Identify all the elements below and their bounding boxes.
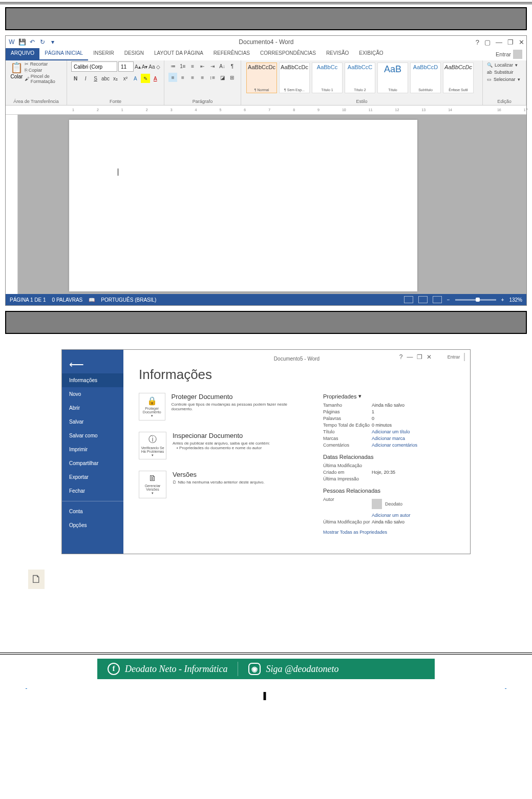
bold-button[interactable]: N: [71, 74, 80, 83]
font-color-icon[interactable]: A: [151, 74, 160, 83]
author-chip[interactable]: Deodato: [372, 499, 402, 509]
underline-button[interactable]: S: [91, 74, 100, 83]
print-layout-icon[interactable]: [418, 296, 428, 303]
nav-close[interactable]: Fechar: [62, 484, 123, 498]
styles-gallery[interactable]: AaBbCcDc¶ Normal AaBbCcDc¶ Sem Esp... Aa…: [245, 61, 478, 98]
tab-insert[interactable]: INSERIR: [88, 48, 119, 60]
superscript-button[interactable]: x²: [121, 74, 130, 83]
align-right-icon[interactable]: ≡: [188, 73, 197, 82]
select-button[interactable]: ▭Selecionar ▾: [487, 76, 522, 83]
multilevel-icon[interactable]: ≡: [188, 61, 197, 71]
show-all-properties-link[interactable]: Mostrar Todas as Propriedades: [323, 530, 455, 535]
justify-icon[interactable]: ≡: [198, 73, 207, 82]
strike-button[interactable]: abc: [101, 74, 110, 83]
zoom-out-button[interactable]: −: [447, 297, 450, 303]
manage-versions-button[interactable]: 🗎 Gerenciar Versões ▾: [139, 471, 166, 498]
minimize-button[interactable]: —: [496, 38, 502, 46]
borders-icon[interactable]: ⊞: [228, 73, 237, 82]
bs-help-button[interactable]: ?: [399, 353, 403, 361]
protect-document-button[interactable]: 🔒 Proteger Documento ▾: [139, 393, 165, 420]
shrink-font-icon[interactable]: A▾: [142, 62, 148, 71]
subscript-button[interactable]: x₂: [111, 74, 120, 83]
decrease-indent-icon[interactable]: ⇤: [198, 61, 207, 71]
tab-view[interactable]: EXIBIÇÃO: [354, 48, 388, 60]
change-case-icon[interactable]: Aa: [148, 62, 155, 71]
style-heading2[interactable]: AaBbCcCTítulo 2: [345, 62, 375, 93]
tab-file[interactable]: ARQUIVO: [6, 48, 39, 60]
check-issues-button[interactable]: ⓘ Verificando Se Há Problemas ▾: [139, 432, 166, 459]
status-words[interactable]: 0 PALAVRAS: [52, 297, 83, 303]
close-button[interactable]: ✕: [519, 38, 524, 46]
line-spacing-icon[interactable]: ↕≡: [208, 73, 217, 82]
style-heading1[interactable]: AaBbCcTítulo 1: [312, 62, 343, 93]
bs-minimize-button[interactable]: —: [407, 353, 413, 361]
qat-customize-icon[interactable]: ▾: [49, 38, 57, 46]
help-button[interactable]: ?: [476, 38, 479, 46]
tab-review[interactable]: REVISÃO: [321, 48, 354, 60]
redo-icon[interactable]: ↻: [38, 38, 47, 46]
align-left-icon[interactable]: ≡: [168, 73, 177, 82]
signin-label[interactable]: Entrar: [496, 51, 511, 57]
tab-references[interactable]: REFERÊNCIAS: [208, 48, 255, 60]
restore-button[interactable]: ❐: [507, 38, 514, 46]
status-page[interactable]: PÁGINA 1 DE 1: [10, 297, 46, 303]
bs-restore-button[interactable]: ❐: [417, 353, 422, 361]
horizontal-ruler[interactable]: 1212345678910111213141617: [6, 106, 526, 115]
nav-saveas[interactable]: Salvar como: [62, 429, 123, 443]
increase-indent-icon[interactable]: ⇥: [208, 61, 217, 71]
prop-comments-value[interactable]: Adicionar comentários: [372, 443, 417, 448]
numbering-icon[interactable]: 1≡: [178, 61, 187, 71]
bullets-icon[interactable]: ≔: [168, 61, 177, 71]
paste-button[interactable]: 📋 Colar: [10, 61, 24, 97]
style-subtle-emphasis[interactable]: AaBbCcDcÊnfase Sutil: [443, 62, 474, 93]
bs-close-button[interactable]: ✕: [427, 353, 432, 361]
find-button[interactable]: 🔍Localizar ▾: [487, 61, 522, 69]
back-button[interactable]: ⟵: [62, 355, 123, 373]
nav-account[interactable]: Conta: [62, 504, 123, 518]
prop-title-value[interactable]: Adicionar um título: [372, 429, 410, 434]
zoom-in-button[interactable]: +: [501, 297, 504, 303]
properties-header[interactable]: Propriedades ▾: [323, 393, 455, 399]
style-title[interactable]: AaBTítulo: [377, 62, 408, 93]
format-painter-button[interactable]: 🖌Pincel de Formatação: [25, 74, 62, 84]
ribbon-options-icon[interactable]: ▢: [484, 38, 491, 46]
save-icon[interactable]: 💾: [18, 38, 26, 46]
nav-open[interactable]: Abrir: [62, 401, 123, 415]
tab-mailings[interactable]: CORRESPONDÊNCIAS: [255, 48, 321, 60]
web-layout-icon[interactable]: [433, 296, 442, 303]
status-proofing-icon[interactable]: 📖: [89, 297, 95, 303]
footer-link-right[interactable]: [505, 683, 506, 689]
bs-signin[interactable]: Entrar: [448, 354, 460, 360]
document-page[interactable]: [69, 120, 417, 291]
nav-share[interactable]: Compartilhar: [62, 456, 123, 470]
align-center-icon[interactable]: ≡: [178, 73, 187, 82]
grow-font-icon[interactable]: A▴: [135, 62, 141, 71]
style-normal[interactable]: AaBbCcDc¶ Normal: [246, 62, 277, 93]
zoom-slider[interactable]: [455, 299, 496, 301]
shading-icon[interactable]: ◪: [218, 73, 226, 82]
replace-button[interactable]: abSubstituir: [487, 69, 522, 76]
cut-button[interactable]: ✂Recortar: [25, 61, 62, 67]
status-language[interactable]: PORTUGUÊS (BRASIL): [101, 297, 156, 303]
tab-design[interactable]: DESIGN: [119, 48, 149, 60]
highlight-icon[interactable]: ✎: [141, 74, 150, 83]
nav-print[interactable]: Imprimir: [62, 443, 123, 456]
zoom-level[interactable]: 132%: [509, 297, 522, 303]
font-name-select[interactable]: [71, 61, 117, 72]
copy-button[interactable]: ⎘Copiar: [25, 68, 62, 73]
font-size-select[interactable]: [118, 61, 134, 72]
undo-icon[interactable]: ↶: [28, 38, 36, 46]
show-marks-icon[interactable]: ¶: [228, 61, 237, 71]
tab-home[interactable]: PÁGINA INICIAL: [39, 48, 88, 60]
nav-options[interactable]: Opções: [62, 518, 123, 532]
style-subtitle[interactable]: AaBbCcDSubtítulo: [410, 62, 441, 93]
nav-export[interactable]: Exportar: [62, 470, 123, 484]
text-effects-icon[interactable]: A: [131, 74, 140, 83]
clear-format-icon[interactable]: ◇: [156, 62, 160, 71]
nav-save[interactable]: Salvar: [62, 415, 123, 429]
footer-link-left[interactable]: [26, 683, 27, 689]
sort-icon[interactable]: A↓: [218, 61, 226, 71]
vertical-ruler[interactable]: [6, 115, 18, 294]
nav-info[interactable]: Informações: [62, 373, 123, 387]
italic-button[interactable]: I: [81, 74, 90, 83]
